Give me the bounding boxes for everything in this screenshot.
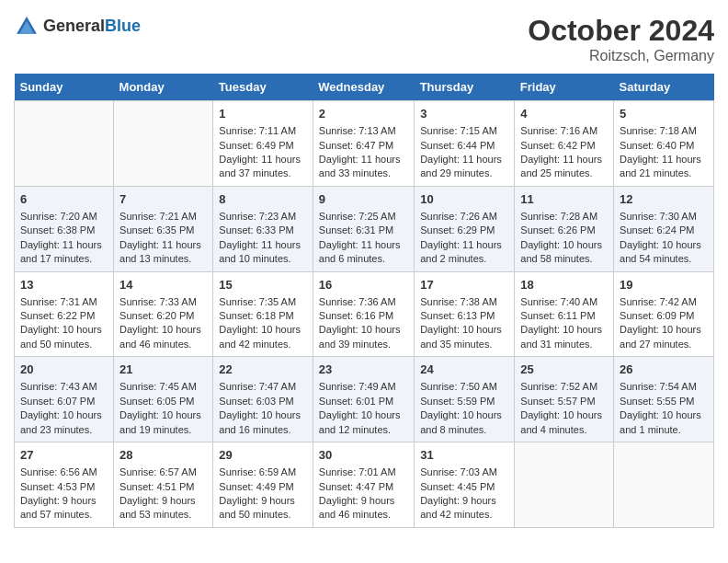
- calendar-cell: 7Sunrise: 7:21 AMSunset: 6:35 PMDaylight…: [114, 186, 213, 271]
- calendar-cell: 10Sunrise: 7:26 AMSunset: 6:29 PMDayligh…: [415, 186, 515, 271]
- daylight-text: Daylight: 10 hours and 50 minutes.: [20, 323, 108, 351]
- calendar-cell: 22Sunrise: 7:47 AMSunset: 6:03 PMDayligh…: [213, 357, 313, 442]
- daylight-text: Daylight: 10 hours and 54 minutes.: [620, 238, 708, 267]
- header-day-sunday: Sunday: [15, 74, 114, 101]
- calendar-cell: 16Sunrise: 7:36 AMSunset: 6:16 PMDayligh…: [313, 271, 414, 357]
- sunrise-text: Sunrise: 7:31 AM: [20, 295, 108, 309]
- day-number: 28: [119, 447, 207, 464]
- sunrise-text: Sunrise: 7:26 AM: [420, 210, 508, 224]
- sunset-text: Sunset: 6:13 PM: [420, 309, 508, 323]
- daylight-text: Daylight: 10 hours and 12 minutes.: [319, 408, 408, 437]
- sunset-text: Sunset: 6:18 PM: [219, 309, 307, 323]
- sunset-text: Sunset: 6:47 PM: [319, 139, 408, 153]
- daylight-text: Daylight: 9 hours and 42 minutes.: [420, 494, 508, 523]
- sunrise-text: Sunrise: 7:20 AM: [20, 210, 108, 224]
- sunrise-text: Sunrise: 7:54 AM: [620, 380, 708, 394]
- calendar-week-row: 27Sunrise: 6:56 AMSunset: 4:53 PMDayligh…: [15, 442, 714, 528]
- calendar-cell: 3Sunrise: 7:15 AMSunset: 6:44 PMDaylight…: [415, 101, 515, 187]
- calendar-week-row: 13Sunrise: 7:31 AMSunset: 6:22 PMDayligh…: [15, 271, 714, 357]
- month-title: October 2024: [528, 14, 714, 48]
- page-header: GeneralBlue October 2024 Roitzsch, Germa…: [14, 14, 714, 64]
- day-number: 24: [420, 362, 508, 378]
- day-number: 23: [319, 362, 408, 378]
- sunrise-text: Sunrise: 7:47 AM: [219, 380, 307, 394]
- day-number: 20: [20, 362, 108, 378]
- logo-icon: [14, 14, 40, 40]
- calendar-cell: 26Sunrise: 7:54 AMSunset: 5:55 PMDayligh…: [614, 357, 714, 442]
- day-number: 11: [520, 191, 608, 208]
- daylight-text: Daylight: 11 hours and 10 minutes.: [219, 238, 307, 267]
- sunrise-text: Sunrise: 7:11 AM: [219, 124, 307, 138]
- sunset-text: Sunset: 5:55 PM: [620, 395, 708, 408]
- daylight-text: Daylight: 10 hours and 23 minutes.: [20, 408, 108, 437]
- day-number: 30: [319, 447, 408, 464]
- daylight-text: Daylight: 10 hours and 31 minutes.: [520, 323, 608, 351]
- day-number: 4: [520, 106, 608, 122]
- calendar-cell: 23Sunrise: 7:49 AMSunset: 6:01 PMDayligh…: [313, 357, 414, 442]
- calendar-cell: 5Sunrise: 7:18 AMSunset: 6:40 PMDaylight…: [614, 101, 714, 187]
- sunrise-text: Sunrise: 7:43 AM: [20, 380, 108, 394]
- day-number: 7: [119, 191, 207, 208]
- calendar-cell: 19Sunrise: 7:42 AMSunset: 6:09 PMDayligh…: [614, 271, 714, 357]
- sunset-text: Sunset: 6:09 PM: [620, 309, 708, 323]
- sunset-text: Sunset: 6:11 PM: [520, 309, 608, 323]
- calendar-cell: [614, 442, 714, 528]
- sunrise-text: Sunrise: 7:23 AM: [219, 210, 307, 224]
- day-number: 22: [219, 362, 307, 378]
- daylight-text: Daylight: 11 hours and 37 minutes.: [219, 153, 307, 181]
- daylight-text: Daylight: 10 hours and 46 minutes.: [119, 323, 207, 351]
- calendar-week-row: 6Sunrise: 7:20 AMSunset: 6:38 PMDaylight…: [15, 186, 714, 271]
- calendar-cell: 31Sunrise: 7:03 AMSunset: 4:45 PMDayligh…: [415, 442, 515, 528]
- daylight-text: Daylight: 10 hours and 4 minutes.: [520, 408, 608, 437]
- daylight-text: Daylight: 10 hours and 42 minutes.: [219, 323, 307, 351]
- daylight-text: Daylight: 11 hours and 13 minutes.: [119, 238, 207, 267]
- sunrise-text: Sunrise: 7:36 AM: [319, 295, 408, 309]
- daylight-text: Daylight: 9 hours and 53 minutes.: [119, 494, 207, 523]
- day-number: 6: [20, 191, 108, 208]
- calendar-cell: 30Sunrise: 7:01 AMSunset: 4:47 PMDayligh…: [313, 442, 414, 528]
- calendar-cell: 1Sunrise: 7:11 AMSunset: 6:49 PMDaylight…: [213, 101, 313, 187]
- header-day-friday: Friday: [515, 74, 614, 101]
- sunrise-text: Sunrise: 6:59 AM: [219, 465, 307, 479]
- day-number: 9: [319, 191, 408, 208]
- header-day-monday: Monday: [114, 74, 213, 101]
- daylight-text: Daylight: 10 hours and 8 minutes.: [420, 408, 508, 437]
- calendar-header-row: SundayMondayTuesdayWednesdayThursdayFrid…: [15, 74, 714, 101]
- sunset-text: Sunset: 4:45 PM: [420, 480, 508, 494]
- sunrise-text: Sunrise: 6:56 AM: [20, 465, 108, 479]
- daylight-text: Daylight: 10 hours and 58 minutes.: [520, 238, 608, 267]
- sunrise-text: Sunrise: 7:21 AM: [119, 210, 207, 224]
- sunrise-text: Sunrise: 7:40 AM: [520, 295, 608, 309]
- sunrise-text: Sunrise: 7:30 AM: [620, 210, 708, 224]
- calendar-cell: 2Sunrise: 7:13 AMSunset: 6:47 PMDaylight…: [313, 101, 414, 187]
- day-number: 16: [319, 277, 408, 293]
- daylight-text: Daylight: 11 hours and 29 minutes.: [420, 153, 508, 181]
- sunrise-text: Sunrise: 7:33 AM: [119, 295, 207, 309]
- sunrise-text: Sunrise: 7:38 AM: [420, 295, 508, 309]
- calendar-cell: [515, 442, 614, 528]
- sunrise-text: Sunrise: 7:52 AM: [520, 380, 608, 394]
- calendar-cell: 24Sunrise: 7:50 AMSunset: 5:59 PMDayligh…: [415, 357, 515, 442]
- calendar-cell: [15, 101, 114, 187]
- day-number: 18: [520, 277, 608, 293]
- sunrise-text: Sunrise: 7:25 AM: [319, 210, 408, 224]
- sunset-text: Sunset: 6:05 PM: [119, 395, 207, 408]
- day-number: 13: [20, 277, 108, 293]
- header-day-thursday: Thursday: [415, 74, 515, 101]
- calendar-cell: 11Sunrise: 7:28 AMSunset: 6:26 PMDayligh…: [515, 186, 614, 271]
- calendar-table: SundayMondayTuesdayWednesdayThursdayFrid…: [14, 74, 714, 528]
- sunset-text: Sunset: 4:53 PM: [20, 480, 108, 494]
- daylight-text: Daylight: 9 hours and 57 minutes.: [20, 494, 108, 523]
- sunrise-text: Sunrise: 7:03 AM: [420, 465, 508, 479]
- day-number: 15: [219, 277, 307, 293]
- daylight-text: Daylight: 10 hours and 39 minutes.: [319, 323, 408, 351]
- calendar-cell: 29Sunrise: 6:59 AMSunset: 4:49 PMDayligh…: [213, 442, 313, 528]
- calendar-cell: 20Sunrise: 7:43 AMSunset: 6:07 PMDayligh…: [15, 357, 114, 442]
- sunset-text: Sunset: 6:35 PM: [119, 224, 207, 237]
- day-number: 1: [219, 106, 307, 122]
- logo-general: GeneralBlue: [43, 17, 141, 36]
- sunset-text: Sunset: 6:16 PM: [319, 309, 408, 323]
- daylight-text: Daylight: 11 hours and 25 minutes.: [520, 153, 608, 181]
- calendar-cell: 8Sunrise: 7:23 AMSunset: 6:33 PMDaylight…: [213, 186, 313, 271]
- sunrise-text: Sunrise: 7:15 AM: [420, 124, 508, 138]
